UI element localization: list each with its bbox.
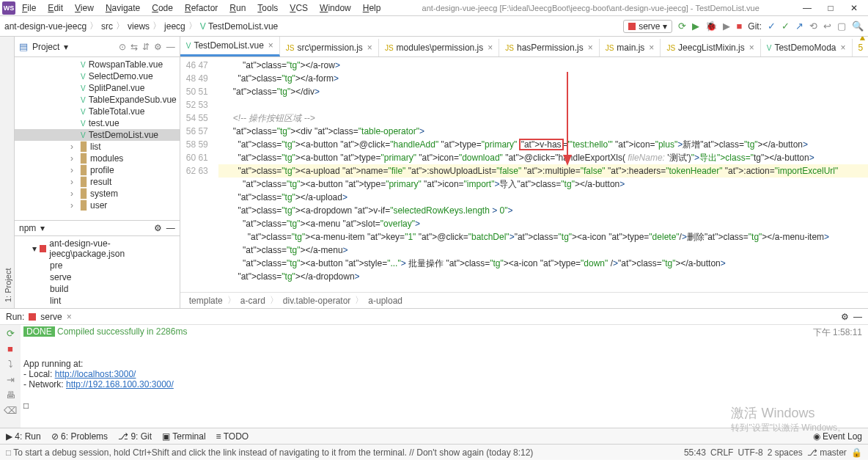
- close-tab-icon[interactable]: ×: [488, 43, 493, 53]
- maximize-button[interactable]: □: [820, 1, 842, 15]
- update-button[interactable]: ✓: [768, 21, 776, 32]
- line-separator[interactable]: CRLF: [710, 447, 733, 458]
- chevron-down-icon[interactable]: ▾: [40, 223, 45, 233]
- editor-tab[interactable]: JS main.js ×: [600, 39, 661, 56]
- npm-script-lint[interactable]: lint: [15, 295, 180, 307]
- editor-tab[interactable]: JS src\permission.js ×: [280, 39, 379, 56]
- code[interactable]: "at">class="tg"></a-row> "at">class="tg"…: [216, 57, 868, 292]
- npm-package[interactable]: ▾ ant-design-vue-jeecg\package.json: [15, 238, 180, 260]
- folder-item[interactable]: ›▉ modules: [15, 153, 180, 164]
- run-tool-tab[interactable]: ▶ 4: Run: [6, 431, 41, 442]
- breadcrumb-item[interactable]: V TestDemoList.vue: [200, 21, 279, 32]
- editor-crumb-item[interactable]: a-card: [240, 296, 265, 306]
- file-item[interactable]: V test.vue: [15, 117, 180, 129]
- print-button[interactable]: 🖶: [6, 390, 15, 401]
- lock-icon[interactable]: 🔒: [851, 447, 862, 458]
- console[interactable]: DONE Compiled successfully in 2286ms 下午 …: [21, 325, 868, 428]
- run-settings[interactable]: ⚙: [841, 312, 849, 322]
- revert-button[interactable]: ↩: [823, 21, 831, 32]
- file-item[interactable]: V RowspanTable.vue: [15, 59, 180, 70]
- build-button[interactable]: ⟳: [678, 21, 686, 32]
- project-tree[interactable]: V RowspanTable.vueV SelectDemo.vueV Spli…: [15, 57, 180, 220]
- caret-position[interactable]: 55:43: [684, 447, 706, 458]
- problems-tool-tab[interactable]: ⊘ 6: Problems: [51, 431, 108, 442]
- push-button[interactable]: ↗: [795, 21, 803, 32]
- file-item[interactable]: V TestDemoList.vue: [15, 129, 180, 141]
- file-item[interactable]: V TableTotal.vue: [15, 106, 180, 117]
- scroll-to-end-button[interactable]: ⇥: [7, 374, 15, 385]
- search-everywhere-button[interactable]: 🔍: [852, 21, 864, 32]
- hide-button[interactable]: —: [166, 42, 175, 52]
- editor-tab[interactable]: V TestDemoList.vue ×: [180, 37, 280, 56]
- ide-settings-button[interactable]: ▢: [837, 21, 846, 32]
- close-tab-icon[interactable]: ×: [367, 43, 372, 53]
- rerun-button[interactable]: ⟳: [7, 328, 15, 339]
- editor-crumb-item[interactable]: a-upload: [368, 296, 402, 306]
- run-hide[interactable]: —: [853, 312, 862, 322]
- file-item[interactable]: V SelectDemo.vue: [15, 70, 180, 82]
- menu-tools[interactable]: Tools: [253, 1, 282, 15]
- status-message[interactable]: To start a debug session, hold Ctrl+Shif…: [13, 447, 533, 458]
- editor-tab[interactable]: V TestDemoModa ×: [761, 39, 853, 56]
- menu-run[interactable]: Run: [225, 1, 250, 15]
- folder-item[interactable]: ›▉ system: [15, 188, 180, 200]
- settings-button[interactable]: ⚙: [154, 42, 162, 52]
- stop-button[interactable]: ■: [736, 21, 742, 32]
- indent[interactable]: 2 spaces: [768, 447, 803, 458]
- menu-file[interactable]: File: [18, 1, 40, 15]
- menu-window[interactable]: Window: [315, 1, 356, 15]
- menu-help[interactable]: Help: [358, 1, 386, 15]
- breadcrumb-item[interactable]: src: [101, 21, 113, 32]
- close-tab-icon[interactable]: ×: [840, 43, 845, 53]
- menu-refactor[interactable]: Refactor: [180, 1, 222, 15]
- close-tab-icon[interactable]: ×: [588, 43, 593, 53]
- chevron-down-icon[interactable]: ▾: [64, 42, 68, 52]
- minimize-button[interactable]: —: [796, 1, 818, 15]
- todo-tool-tab[interactable]: ≡ TODO: [216, 431, 249, 442]
- file-item[interactable]: V SplitPanel.vue: [15, 82, 180, 94]
- local-url-link[interactable]: http://localhost:3000/: [55, 369, 136, 379]
- event-log-tab[interactable]: ◉ Event Log: [813, 431, 862, 442]
- folder-item[interactable]: ›▉ list: [15, 141, 180, 153]
- run-button[interactable]: ▶: [692, 21, 699, 32]
- history-button[interactable]: ⟲: [809, 21, 817, 32]
- menu-edit[interactable]: Edit: [43, 1, 67, 15]
- editor-crumb-item[interactable]: template: [189, 296, 223, 306]
- editor-crumb-item[interactable]: div.table-operator: [283, 296, 351, 306]
- npm-script-build[interactable]: build: [15, 283, 180, 295]
- tool-tab[interactable]: 1: Project: [2, 37, 14, 308]
- folder-item[interactable]: ›▉ profile: [15, 164, 180, 176]
- menu-code[interactable]: Code: [147, 1, 177, 15]
- breadcrumb-item[interactable]: views: [128, 21, 150, 32]
- coverage-button[interactable]: ▶: [723, 21, 730, 32]
- close-tab-icon[interactable]: ×: [268, 40, 273, 51]
- stop-button[interactable]: ■: [7, 343, 13, 354]
- terminal-tool-tab[interactable]: ▣ Terminal: [162, 431, 205, 442]
- close-tab-icon[interactable]: ×: [749, 43, 754, 53]
- menu-navigate[interactable]: Navigate: [101, 1, 144, 15]
- run-config-selector[interactable]: serve ▾: [623, 20, 672, 33]
- folder-item[interactable]: ›▉ user: [15, 200, 180, 211]
- npm-settings[interactable]: ⚙: [154, 223, 162, 233]
- tool-tab[interactable]: 7: Structure: [0, 37, 2, 308]
- git-tool-tab[interactable]: ⎇ 9: Git: [118, 431, 152, 442]
- file-item[interactable]: V TableExpandeSub.vue: [15, 94, 180, 106]
- menu-vcs[interactable]: VCS: [285, 1, 312, 15]
- close-button[interactable]: ✕: [843, 1, 865, 15]
- git-branch[interactable]: ⎇ master: [807, 447, 847, 458]
- npm-script-pre[interactable]: pre: [15, 260, 180, 271]
- close-tab-icon[interactable]: ×: [67, 312, 72, 322]
- close-tab-icon[interactable]: ×: [649, 43, 654, 53]
- collapse-all-button[interactable]: ⇵: [142, 42, 150, 52]
- network-url-link[interactable]: http://192.168.100.30:3000/: [66, 379, 174, 390]
- editor-tab[interactable]: JS JeecgListMixin.js ×: [661, 39, 760, 56]
- file-encoding[interactable]: UTF-8: [738, 447, 763, 458]
- breadcrumb-item[interactable]: jeecg: [164, 21, 185, 32]
- select-opened-file-button[interactable]: ⊙: [119, 42, 126, 52]
- editor-tab[interactable]: JS modules\permission.js ×: [379, 39, 499, 56]
- npm-script-serve[interactable]: serve: [15, 271, 180, 283]
- menu-view[interactable]: View: [70, 1, 98, 15]
- expand-all-button[interactable]: ⇆: [130, 42, 138, 52]
- clear-button[interactable]: ⌫: [4, 405, 17, 416]
- code-area[interactable]: 46 47 48 49 50 51 52 53 54 55 56 57 58 5…: [180, 57, 868, 292]
